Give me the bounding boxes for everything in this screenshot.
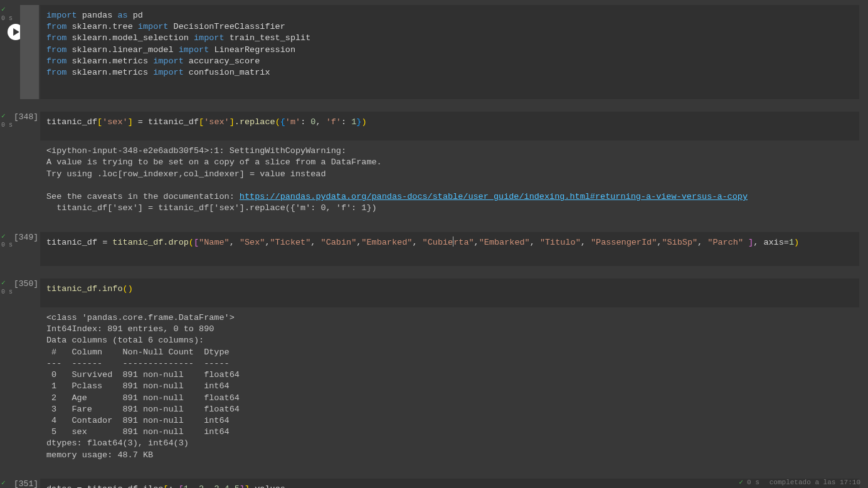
exec-time: 0 s: [1, 121, 13, 130]
exec-time: 0 s: [1, 288, 13, 297]
status-runtime: 0 s: [747, 478, 760, 487]
exec-time: 0 s: [1, 14, 13, 23]
code-cell: ✓ 0 s [349] titanic_df = titanic_df.drop…: [0, 227, 868, 271]
code-editor[interactable]: import pandas as pdfrom sklearn.tree imp…: [40, 5, 859, 99]
checkmark-icon: ✓: [1, 112, 6, 121]
play-icon: [13, 28, 20, 36]
code-cell: ✓ 0 s [350] titanic_df.info() <class 'pa…: [0, 273, 868, 471]
checkmark-icon: ✓: [1, 5, 6, 14]
checkmark-icon: ✓: [1, 232, 6, 241]
exec-time: 0 s: [1, 241, 13, 250]
code-cell: ✓ 0 s [348] titanic_df['sex'] = titanic_…: [0, 107, 868, 225]
cell-output: <class 'pandas.core.frame.DataFrame'> In…: [40, 307, 860, 466]
code-editor[interactable]: titanic_df.info(): [40, 278, 859, 307]
cell-count: [350]: [14, 278, 38, 290]
doc-link[interactable]: https://pandas.pydata.org/pandas-docs/st…: [240, 192, 748, 201]
checkmark-icon: ✓: [739, 478, 743, 487]
cell-count: [349]: [14, 232, 38, 243]
status-completed: completado a las 17:10: [770, 478, 860, 487]
code-cell: ✓ 0 s import pandas as pdfrom sklearn.tr…: [0, 0, 868, 104]
status-bar: ✓ 0 s completado a las 17:10: [0, 477, 868, 488]
cell-count: [348]: [14, 112, 38, 123]
cell-output: <ipython-input-348-e2e6adb30f54>:1: Sett…: [40, 141, 860, 219]
checkmark-icon: ✓: [1, 278, 6, 288]
code-editor[interactable]: titanic_df['sex'] = titanic_df['sex'].re…: [40, 112, 859, 141]
code-editor[interactable]: titanic_df = titanic_df.drop(["Name", "S…: [40, 232, 859, 266]
